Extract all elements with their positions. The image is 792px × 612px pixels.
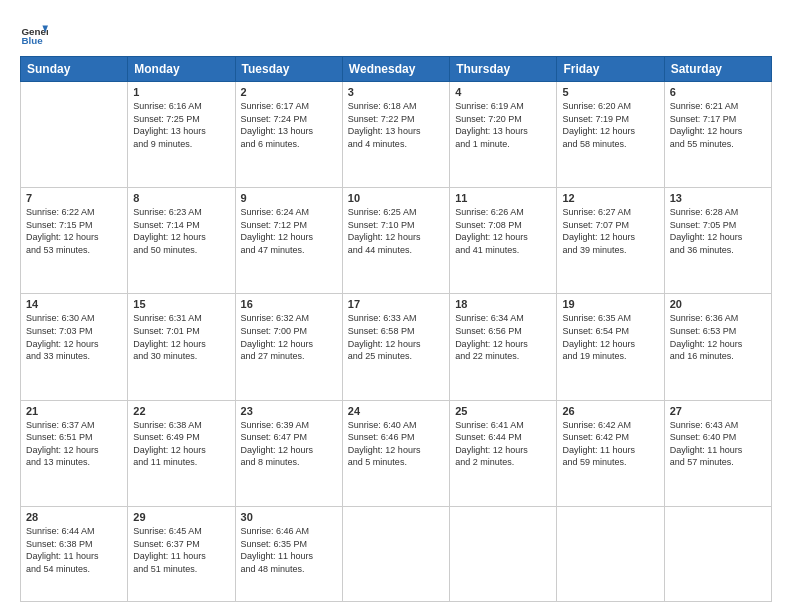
calendar-cell: 18Sunrise: 6:34 AM Sunset: 6:56 PM Dayli…	[450, 294, 557, 400]
cell-text: Sunrise: 6:44 AM Sunset: 6:38 PM Dayligh…	[26, 525, 122, 575]
calendar-cell: 29Sunrise: 6:45 AM Sunset: 6:37 PM Dayli…	[128, 506, 235, 601]
day-number: 24	[348, 405, 444, 417]
cell-text: Sunrise: 6:46 AM Sunset: 6:35 PM Dayligh…	[241, 525, 337, 575]
calendar-cell: 17Sunrise: 6:33 AM Sunset: 6:58 PM Dayli…	[342, 294, 449, 400]
calendar-cell: 21Sunrise: 6:37 AM Sunset: 6:51 PM Dayli…	[21, 400, 128, 506]
day-number: 27	[670, 405, 766, 417]
calendar-cell: 24Sunrise: 6:40 AM Sunset: 6:46 PM Dayli…	[342, 400, 449, 506]
calendar-cell	[664, 506, 771, 601]
calendar-cell: 25Sunrise: 6:41 AM Sunset: 6:44 PM Dayli…	[450, 400, 557, 506]
day-number: 11	[455, 192, 551, 204]
day-number: 12	[562, 192, 658, 204]
cell-text: Sunrise: 6:45 AM Sunset: 6:37 PM Dayligh…	[133, 525, 229, 575]
weekday-header: Tuesday	[235, 57, 342, 82]
calendar-cell: 28Sunrise: 6:44 AM Sunset: 6:38 PM Dayli…	[21, 506, 128, 601]
calendar-cell: 27Sunrise: 6:43 AM Sunset: 6:40 PM Dayli…	[664, 400, 771, 506]
calendar-cell: 26Sunrise: 6:42 AM Sunset: 6:42 PM Dayli…	[557, 400, 664, 506]
cell-text: Sunrise: 6:20 AM Sunset: 7:19 PM Dayligh…	[562, 100, 658, 150]
calendar-cell: 6Sunrise: 6:21 AM Sunset: 7:17 PM Daylig…	[664, 82, 771, 188]
calendar-cell: 9Sunrise: 6:24 AM Sunset: 7:12 PM Daylig…	[235, 188, 342, 294]
svg-text:Blue: Blue	[21, 35, 43, 46]
calendar-header-row: SundayMondayTuesdayWednesdayThursdayFrid…	[21, 57, 772, 82]
calendar-cell: 23Sunrise: 6:39 AM Sunset: 6:47 PM Dayli…	[235, 400, 342, 506]
calendar-cell: 20Sunrise: 6:36 AM Sunset: 6:53 PM Dayli…	[664, 294, 771, 400]
weekday-header: Sunday	[21, 57, 128, 82]
logo: General Blue	[20, 20, 48, 48]
calendar-row: 1Sunrise: 6:16 AM Sunset: 7:25 PM Daylig…	[21, 82, 772, 188]
cell-text: Sunrise: 6:43 AM Sunset: 6:40 PM Dayligh…	[670, 419, 766, 469]
weekday-header: Thursday	[450, 57, 557, 82]
day-number: 1	[133, 86, 229, 98]
calendar-cell: 2Sunrise: 6:17 AM Sunset: 7:24 PM Daylig…	[235, 82, 342, 188]
cell-text: Sunrise: 6:40 AM Sunset: 6:46 PM Dayligh…	[348, 419, 444, 469]
day-number: 6	[670, 86, 766, 98]
cell-text: Sunrise: 6:17 AM Sunset: 7:24 PM Dayligh…	[241, 100, 337, 150]
day-number: 28	[26, 511, 122, 523]
day-number: 23	[241, 405, 337, 417]
day-number: 21	[26, 405, 122, 417]
cell-text: Sunrise: 6:34 AM Sunset: 6:56 PM Dayligh…	[455, 312, 551, 362]
logo-icon: General Blue	[20, 20, 48, 48]
calendar-row: 7Sunrise: 6:22 AM Sunset: 7:15 PM Daylig…	[21, 188, 772, 294]
cell-text: Sunrise: 6:24 AM Sunset: 7:12 PM Dayligh…	[241, 206, 337, 256]
calendar-cell: 12Sunrise: 6:27 AM Sunset: 7:07 PM Dayli…	[557, 188, 664, 294]
cell-text: Sunrise: 6:22 AM Sunset: 7:15 PM Dayligh…	[26, 206, 122, 256]
cell-text: Sunrise: 6:25 AM Sunset: 7:10 PM Dayligh…	[348, 206, 444, 256]
calendar-cell: 10Sunrise: 6:25 AM Sunset: 7:10 PM Dayli…	[342, 188, 449, 294]
weekday-header: Friday	[557, 57, 664, 82]
calendar-cell	[342, 506, 449, 601]
cell-text: Sunrise: 6:27 AM Sunset: 7:07 PM Dayligh…	[562, 206, 658, 256]
day-number: 5	[562, 86, 658, 98]
day-number: 9	[241, 192, 337, 204]
weekday-header: Wednesday	[342, 57, 449, 82]
day-number: 16	[241, 298, 337, 310]
calendar-cell: 11Sunrise: 6:26 AM Sunset: 7:08 PM Dayli…	[450, 188, 557, 294]
calendar-row: 21Sunrise: 6:37 AM Sunset: 6:51 PM Dayli…	[21, 400, 772, 506]
calendar-cell	[450, 506, 557, 601]
day-number: 10	[348, 192, 444, 204]
cell-text: Sunrise: 6:31 AM Sunset: 7:01 PM Dayligh…	[133, 312, 229, 362]
cell-text: Sunrise: 6:42 AM Sunset: 6:42 PM Dayligh…	[562, 419, 658, 469]
calendar-cell: 16Sunrise: 6:32 AM Sunset: 7:00 PM Dayli…	[235, 294, 342, 400]
calendar-cell: 22Sunrise: 6:38 AM Sunset: 6:49 PM Dayli…	[128, 400, 235, 506]
cell-text: Sunrise: 6:18 AM Sunset: 7:22 PM Dayligh…	[348, 100, 444, 150]
calendar-cell: 13Sunrise: 6:28 AM Sunset: 7:05 PM Dayli…	[664, 188, 771, 294]
cell-text: Sunrise: 6:38 AM Sunset: 6:49 PM Dayligh…	[133, 419, 229, 469]
calendar-row: 14Sunrise: 6:30 AM Sunset: 7:03 PM Dayli…	[21, 294, 772, 400]
day-number: 19	[562, 298, 658, 310]
cell-text: Sunrise: 6:32 AM Sunset: 7:00 PM Dayligh…	[241, 312, 337, 362]
calendar-cell: 19Sunrise: 6:35 AM Sunset: 6:54 PM Dayli…	[557, 294, 664, 400]
calendar-cell: 1Sunrise: 6:16 AM Sunset: 7:25 PM Daylig…	[128, 82, 235, 188]
day-number: 13	[670, 192, 766, 204]
calendar-cell	[557, 506, 664, 601]
day-number: 14	[26, 298, 122, 310]
day-number: 30	[241, 511, 337, 523]
calendar-cell	[21, 82, 128, 188]
cell-text: Sunrise: 6:33 AM Sunset: 6:58 PM Dayligh…	[348, 312, 444, 362]
day-number: 22	[133, 405, 229, 417]
weekday-header: Monday	[128, 57, 235, 82]
calendar-cell: 30Sunrise: 6:46 AM Sunset: 6:35 PM Dayli…	[235, 506, 342, 601]
cell-text: Sunrise: 6:26 AM Sunset: 7:08 PM Dayligh…	[455, 206, 551, 256]
day-number: 26	[562, 405, 658, 417]
day-number: 7	[26, 192, 122, 204]
cell-text: Sunrise: 6:39 AM Sunset: 6:47 PM Dayligh…	[241, 419, 337, 469]
cell-text: Sunrise: 6:16 AM Sunset: 7:25 PM Dayligh…	[133, 100, 229, 150]
cell-text: Sunrise: 6:35 AM Sunset: 6:54 PM Dayligh…	[562, 312, 658, 362]
cell-text: Sunrise: 6:36 AM Sunset: 6:53 PM Dayligh…	[670, 312, 766, 362]
day-number: 17	[348, 298, 444, 310]
cell-text: Sunrise: 6:19 AM Sunset: 7:20 PM Dayligh…	[455, 100, 551, 150]
top-section: General Blue	[20, 16, 772, 48]
day-number: 20	[670, 298, 766, 310]
day-number: 3	[348, 86, 444, 98]
cell-text: Sunrise: 6:41 AM Sunset: 6:44 PM Dayligh…	[455, 419, 551, 469]
day-number: 25	[455, 405, 551, 417]
day-number: 8	[133, 192, 229, 204]
calendar-cell: 8Sunrise: 6:23 AM Sunset: 7:14 PM Daylig…	[128, 188, 235, 294]
cell-text: Sunrise: 6:23 AM Sunset: 7:14 PM Dayligh…	[133, 206, 229, 256]
calendar-cell: 14Sunrise: 6:30 AM Sunset: 7:03 PM Dayli…	[21, 294, 128, 400]
weekday-header: Saturday	[664, 57, 771, 82]
calendar-cell: 5Sunrise: 6:20 AM Sunset: 7:19 PM Daylig…	[557, 82, 664, 188]
cell-text: Sunrise: 6:30 AM Sunset: 7:03 PM Dayligh…	[26, 312, 122, 362]
calendar-cell: 3Sunrise: 6:18 AM Sunset: 7:22 PM Daylig…	[342, 82, 449, 188]
